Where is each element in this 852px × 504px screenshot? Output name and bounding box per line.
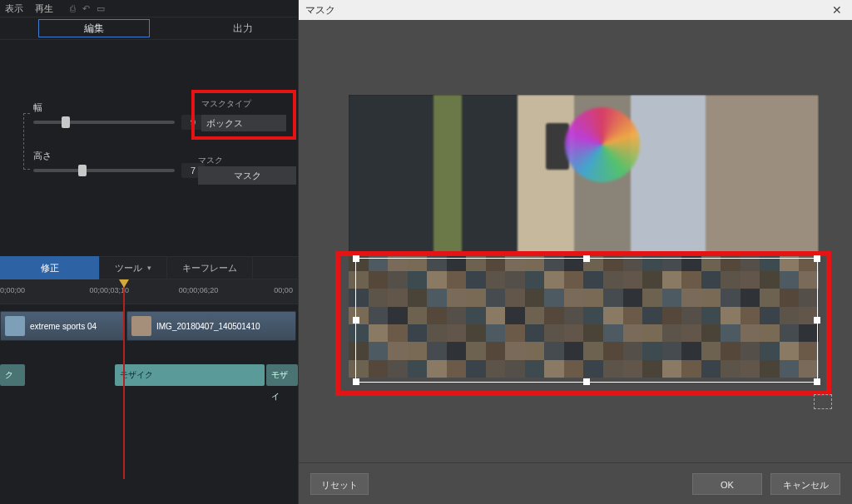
link-bracket-icon	[23, 113, 30, 170]
main-tab-row: 編集 出力	[0, 17, 298, 40]
app-root: 表示 再生 ⎙ ↶ ▭ 編集 出力 幅 9 高さ 7	[0, 0, 852, 504]
aspect-icon[interactable]: ▭	[97, 3, 105, 14]
clip-thumbnail	[131, 316, 151, 336]
tab-output[interactable]: 出力	[188, 17, 298, 40]
preview-upper-photo	[349, 95, 819, 253]
tool-label: ツール	[115, 256, 142, 279]
mid-toolbar: 修正 ツール ▾ キーフレーム	[0, 256, 298, 279]
clip-thumbnail	[5, 316, 25, 336]
slider-width-label: 幅	[33, 101, 175, 114]
dialog-title: マスク	[305, 3, 335, 17]
tool-dropdown[interactable]: ツール ▾	[100, 256, 167, 279]
mask-type-label: マスクタイプ	[201, 98, 286, 110]
undo-icon[interactable]: ↶	[82, 3, 90, 14]
slider-height-thumb[interactable]	[78, 165, 87, 176]
dialog-body	[299, 20, 852, 462]
ok-button[interactable]: OK	[692, 473, 762, 495]
slider-height: 高さ 7	[33, 150, 175, 172]
handle-bottom-mid[interactable]	[583, 378, 590, 385]
mask-type-dropdown[interactable]: ボックス	[201, 115, 286, 131]
handle-top-left[interactable]	[353, 255, 359, 262]
ruler-tick: 00;00	[274, 286, 293, 294]
fx-clip[interactable]: ク	[0, 364, 25, 386]
mask-button[interactable]: マスク	[198, 166, 296, 185]
clip-video-1[interactable]: extreme sports 04	[0, 311, 125, 341]
cancel-button[interactable]: キャンセル	[770, 473, 840, 495]
chevron-down-icon: ▾	[147, 256, 151, 279]
slider-height-label: 高さ	[33, 150, 175, 162]
timeline-ruler[interactable]: 0;00;00 00;00;03;10 00;00;06;20 00;00	[0, 279, 298, 304]
menu-display[interactable]: 表示	[5, 2, 23, 15]
ruler-tick: 0;00;00	[0, 286, 25, 294]
mask-dialog: マスク ✕	[298, 0, 852, 504]
timeline-tracks: extreme sports 04 IMG_20180407_140501410…	[0, 304, 298, 487]
fx-track: ク モザイク モザイ	[0, 364, 298, 388]
tab-edit[interactable]: 編集	[38, 19, 150, 37]
slider-height-track[interactable]: 7	[33, 169, 175, 172]
top-menu-bar: 表示 再生 ⎙ ↶ ▭	[0, 0, 298, 17]
handle-mid-right[interactable]	[814, 317, 820, 324]
slider-width-track[interactable]: 9	[33, 121, 175, 124]
mask-type-highlight: マスクタイプ ボックス	[191, 90, 296, 140]
handle-bottom-left[interactable]	[353, 378, 359, 385]
handle-top-mid[interactable]	[583, 255, 590, 262]
clip-label: extreme sports 04	[30, 322, 97, 331]
crop-icon[interactable]	[814, 394, 832, 409]
keyframe-button[interactable]: キーフレーム	[167, 256, 253, 279]
fix-button[interactable]: 修正	[0, 256, 100, 279]
top-mini-icons: ⎙ ↶ ▭	[70, 3, 105, 14]
dialog-footer: リセット OK キャンセル	[299, 462, 852, 504]
handle-top-right[interactable]	[814, 255, 820, 262]
dialog-titlebar[interactable]: マスク ✕	[299, 0, 852, 20]
fx-clip[interactable]: モザイ	[266, 364, 298, 386]
slider-width-thumb[interactable]	[62, 116, 70, 128]
playhead[interactable]	[123, 279, 125, 479]
reset-button[interactable]: リセット	[310, 473, 369, 495]
mask-selection-rect[interactable]	[355, 258, 818, 383]
handle-bottom-right[interactable]	[814, 378, 820, 385]
close-icon[interactable]: ✕	[829, 3, 845, 17]
clip-video-2[interactable]: IMG_20180407_140501410	[126, 311, 296, 341]
fx-clip-mosaic[interactable]: モザイク	[115, 364, 265, 386]
ruler-tick: 00;00;06;20	[179, 286, 219, 294]
handle-mid-left[interactable]	[353, 317, 359, 324]
mask-section-label: マスク	[198, 155, 223, 166]
save-icon[interactable]: ⎙	[70, 3, 76, 14]
clip-label: IMG_20180407_140501410	[156, 322, 260, 331]
slider-width: 幅 9	[33, 101, 175, 124]
menu-play[interactable]: 再生	[35, 2, 53, 15]
